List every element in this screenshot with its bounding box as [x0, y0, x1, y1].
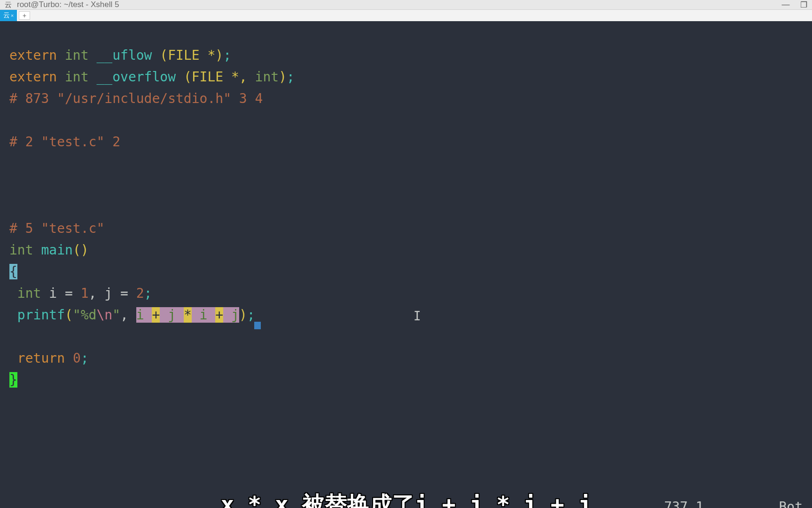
vim-status: 737,1 Bot [664, 496, 803, 508]
semi: ; [287, 69, 295, 85]
brace-close-cursor: } [9, 372, 17, 388]
sig-overflow-a: (FILE *, [176, 69, 255, 85]
semi: ; [247, 307, 255, 323]
type-int: int [65, 48, 89, 63]
type-int: int [65, 69, 89, 85]
func-main: main [41, 242, 72, 258]
pp-line: # 873 "/usr/include/stdio.h" 3 4 [9, 91, 263, 106]
sel-plus2: + [215, 307, 223, 323]
text-cursor-icon: I [414, 305, 414, 321]
paren-close: ) [239, 307, 247, 323]
sel-i: i [136, 307, 152, 323]
num-1: 1 [81, 286, 89, 301]
func-printf: printf [17, 307, 65, 323]
str-b: " [112, 307, 120, 323]
paren-open: ( [65, 307, 73, 323]
sig-overflow-b: ) [279, 69, 287, 85]
tab-add-button[interactable]: + [19, 11, 30, 20]
kw-extern: extern [9, 48, 57, 63]
num-2: 2 [136, 286, 144, 301]
window-title: root@Turbo: ~/test - Xshell 5 [17, 0, 781, 9]
pp-line: # 5 "test.c" [9, 221, 104, 236]
kw-return: return [17, 350, 65, 366]
terminal-viewport[interactable]: extern int __uflow (FILE *); extern int … [0, 21, 812, 508]
semi: ; [81, 350, 89, 366]
app-icon: 云 [4, 0, 12, 9]
type-int: int [17, 286, 41, 301]
vim-scroll: Bot [779, 496, 803, 508]
num-0: 0 [73, 350, 81, 366]
tab-active[interactable]: 云 × [0, 10, 17, 21]
main-parens: () [73, 242, 89, 258]
decl-a: i = [41, 286, 80, 301]
brace-open-cursor: { [9, 264, 17, 279]
type-int: int [9, 242, 33, 258]
space [65, 350, 73, 366]
indent [9, 286, 17, 301]
str-esc: \n [96, 307, 112, 323]
minimize-button[interactable]: — [781, 0, 790, 9]
func-uflow: __uflow [96, 48, 152, 63]
semi: ; [144, 286, 152, 301]
comma: , [120, 307, 136, 323]
semi: ; [223, 48, 231, 63]
tab-bar: 云 × + [0, 9, 812, 21]
kw-extern: extern [9, 69, 57, 85]
type-int: int [255, 69, 279, 85]
vim-cursor-pos: 737,1 [664, 496, 703, 508]
sel-plus: + [152, 307, 160, 323]
decl-b: , j = [89, 286, 136, 301]
sig-uflow: (FILE *) [152, 48, 223, 63]
sel-star: * [184, 307, 192, 323]
maximize-button[interactable]: ❐ [799, 0, 808, 9]
pp-line: # 2 "test.c" 2 [9, 134, 120, 150]
str-a: "%d [73, 307, 97, 323]
tab-label: 云 [3, 11, 10, 20]
indent [9, 350, 17, 366]
selection-end-icon [254, 322, 261, 329]
func-overflow: __overflow [96, 69, 176, 85]
window-titlebar: 云 root@Turbo: ~/test - Xshell 5 — ❐ [0, 0, 812, 9]
tab-close-icon[interactable]: × [11, 13, 14, 18]
sel-i2: i [192, 307, 216, 323]
indent [9, 307, 17, 323]
sel-j: j [160, 307, 184, 323]
sel-j2: j [223, 307, 239, 323]
